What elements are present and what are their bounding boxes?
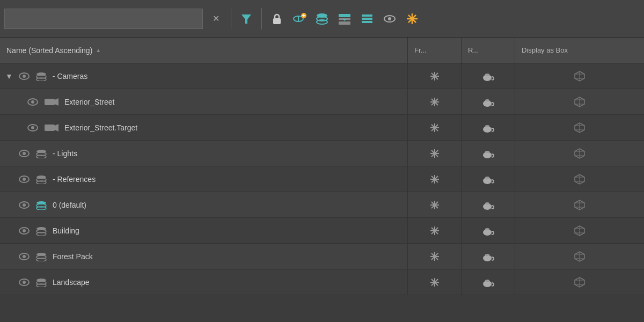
clear-search-button[interactable]: ✕ — [206, 9, 225, 28]
name-cell: 0 (default) — [0, 192, 408, 217]
table-row[interactable]: - Lights — [0, 141, 644, 166]
snowflake-icon[interactable] — [402, 9, 422, 28]
svg-point-40 — [31, 100, 34, 104]
fr-cell[interactable] — [408, 218, 462, 243]
svg-rect-12 — [339, 21, 350, 25]
fr-cell[interactable] — [408, 115, 462, 140]
display-as-box-cell[interactable] — [515, 218, 644, 243]
visibility-toggle-icon[interactable] — [18, 175, 30, 184]
svg-point-93 — [485, 177, 489, 179]
svg-point-63 — [485, 125, 489, 127]
table-row[interactable]: - References — [0, 166, 644, 192]
svg-rect-41 — [45, 99, 55, 105]
fr-cell[interactable] — [408, 192, 462, 217]
visibility-toggle-icon[interactable] — [18, 72, 30, 80]
table-row[interactable]: Exterior_Street.Target — [0, 115, 644, 141]
expand-arrow-icon[interactable]: ▼ — [5, 72, 13, 80]
fr-cell[interactable] — [408, 269, 462, 295]
stack-icon[interactable] — [357, 9, 377, 28]
svg-point-98 — [23, 203, 26, 207]
svg-point-113 — [23, 229, 26, 232]
r-cell[interactable] — [462, 269, 515, 295]
display-as-box-cell[interactable] — [515, 89, 644, 114]
svg-rect-14 — [362, 14, 372, 17]
table-row[interactable]: Building — [0, 218, 644, 244]
svg-point-143 — [23, 281, 26, 284]
svg-point-49 — [485, 99, 489, 101]
col-r-label: R... — [468, 46, 479, 54]
col-displaybox-header[interactable]: Display as Box — [515, 38, 644, 63]
col-name-header[interactable]: Name (Sorted Ascending) ▲ — [0, 38, 408, 63]
add-layer-icon[interactable] — [290, 9, 309, 28]
table-row[interactable]: 0 (default) — [0, 192, 644, 218]
visibility-toggle-icon[interactable] — [18, 278, 30, 287]
col-fr-header[interactable]: Fr... — [408, 38, 462, 63]
display-as-box-cell[interactable] — [515, 192, 644, 217]
row-name-label: Forest Pack — [53, 252, 93, 261]
table-row[interactable]: Exterior_Street — [0, 89, 644, 115]
fr-cell[interactable] — [408, 244, 462, 269]
layers-icon[interactable] — [312, 9, 332, 28]
svg-rect-10 — [339, 14, 350, 17]
fr-cell[interactable] — [408, 63, 462, 89]
svg-point-123 — [485, 228, 489, 230]
table-row[interactable]: Forest Pack — [0, 244, 644, 269]
col-name-label: Name (Sorted Ascending) — [6, 46, 92, 55]
display-as-box-cell[interactable] — [515, 141, 644, 166]
table-row[interactable]: ▼ - Cameras — [0, 63, 644, 89]
merge-layers-icon[interactable] — [335, 9, 354, 28]
display-as-box-cell[interactable] — [515, 269, 644, 295]
row-name-label: Exterior_Street.Target — [64, 123, 137, 132]
r-cell[interactable] — [462, 192, 515, 217]
svg-point-54 — [31, 126, 34, 129]
visibility-icon[interactable] — [380, 9, 399, 28]
sort-arrow-icon: ▲ — [96, 47, 101, 53]
col-fr-label: Fr... — [414, 46, 426, 54]
name-cell: Exterior_Street — [0, 89, 408, 114]
visibility-toggle-icon[interactable] — [18, 226, 30, 235]
search-input[interactable] — [4, 9, 203, 29]
r-cell[interactable] — [462, 63, 515, 89]
display-as-box-cell[interactable] — [515, 115, 644, 140]
display-as-box-cell[interactable] — [515, 244, 644, 269]
row-name-label: Landscape — [53, 278, 90, 287]
camera-type-icon — [44, 97, 59, 107]
row-name-label: - Lights — [53, 149, 77, 158]
svg-point-128 — [23, 255, 26, 258]
name-cell: Forest Pack — [0, 244, 408, 269]
svg-point-23 — [411, 17, 414, 20]
svg-rect-15 — [362, 18, 372, 20]
layer-type-icon — [35, 174, 47, 184]
row-name-label: - Cameras — [53, 72, 87, 80]
svg-marker-56 — [55, 124, 58, 131]
visibility-toggle-icon[interactable] — [18, 252, 30, 261]
col-displaybox-label: Display as Box — [522, 46, 568, 54]
svg-point-108 — [485, 202, 489, 204]
visibility-toggle-icon[interactable] — [27, 98, 39, 106]
svg-rect-55 — [45, 125, 55, 131]
visibility-toggle-icon[interactable] — [18, 201, 30, 209]
fr-cell[interactable] — [408, 166, 462, 192]
lock-icon[interactable] — [267, 9, 287, 28]
col-r-header[interactable]: R... — [462, 38, 515, 63]
row-name-label: Building — [53, 226, 79, 235]
r-cell[interactable] — [462, 244, 515, 269]
filter-icon[interactable] — [237, 9, 256, 28]
layer-type-icon — [35, 149, 47, 158]
toolbar: ✕ — [0, 0, 644, 38]
table-header: Name (Sorted Ascending) ▲ Fr... R... Dis… — [0, 38, 644, 63]
display-as-box-cell[interactable] — [515, 63, 644, 89]
svg-point-78 — [485, 151, 489, 153]
fr-cell[interactable] — [408, 89, 462, 114]
r-cell[interactable] — [462, 115, 515, 140]
fr-cell[interactable] — [408, 141, 462, 166]
name-cell: - Lights — [0, 141, 408, 166]
display-as-box-cell[interactable] — [515, 166, 644, 192]
r-cell[interactable] — [462, 218, 515, 243]
table-row[interactable]: Landscape — [0, 269, 644, 295]
visibility-toggle-icon[interactable] — [18, 149, 30, 158]
r-cell[interactable] — [462, 89, 515, 114]
r-cell[interactable] — [462, 141, 515, 166]
r-cell[interactable] — [462, 166, 515, 192]
visibility-toggle-icon[interactable] — [27, 123, 39, 132]
